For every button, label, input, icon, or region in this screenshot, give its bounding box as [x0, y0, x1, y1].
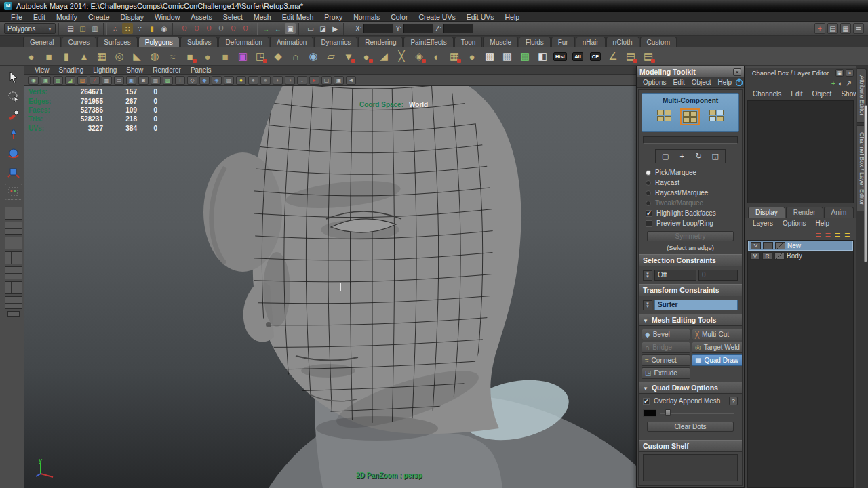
overlay-color-swatch[interactable] [643, 409, 656, 417]
layout-custom-button[interactable] [5, 296, 22, 309]
construction-history-icon[interactable]: ▣ [285, 23, 296, 34]
shelf-tab[interactable]: Dynamics [314, 37, 357, 47]
xray-joints-icon[interactable]: ▣ [334, 76, 344, 85]
quad-draw-icon[interactable]: ▦ [446, 48, 462, 64]
layer-render-toggle[interactable] [763, 242, 773, 249]
open-scene-icon[interactable]: ◫ [77, 23, 88, 34]
layout-four-pane-button[interactable] [5, 222, 22, 235]
poly-stack-icon[interactable]: ▤ [640, 48, 656, 64]
layout-more-button[interactable] [7, 311, 20, 317]
toolkit-checkbox[interactable]: Preview Loop/Ring [642, 218, 739, 228]
grease-pencil-icon[interactable]: ╱ [90, 76, 100, 85]
lasso-select-tool-icon[interactable] [5, 87, 22, 105]
quick-render-icon[interactable]: ◪ [317, 23, 328, 34]
xray-icon[interactable]: ▢ [321, 76, 332, 85]
panel-menu-item[interactable]: Panels [186, 66, 216, 74]
menu-item[interactable]: Assets [185, 13, 218, 21]
toolkit-checkbox[interactable]: ✓Highlight Backfaces [642, 208, 739, 218]
ipr-render-icon[interactable]: ▶ [330, 23, 340, 34]
bevel-icon[interactable]: ◆ [270, 48, 286, 64]
checker-b-icon[interactable]: ▩ [499, 48, 515, 64]
pick-mode-radio[interactable]: Raycast/Marquee [642, 188, 739, 198]
shelf-tab[interactable]: Fur [551, 37, 575, 47]
move-tool-icon[interactable] [5, 125, 22, 143]
slider-handle[interactable] [665, 409, 671, 416]
overlay-opacity-slider[interactable] [660, 409, 738, 417]
toolkit-menu-item[interactable]: Help [715, 79, 736, 86]
menu-item[interactable]: Normals [348, 13, 385, 21]
component-field[interactable] [643, 136, 738, 144]
menu-item[interactable]: Display [115, 13, 149, 21]
output-connections-icon[interactable]: ← [273, 23, 283, 34]
checker-green-icon[interactable]: ▩ [517, 48, 533, 64]
boolean-icon[interactable]: ◉ [305, 48, 321, 64]
group-separator[interactable] [298, 23, 302, 35]
layer-menu-item[interactable]: Help [810, 220, 834, 227]
ao-icon[interactable]: ◑ [285, 76, 295, 85]
channel-list-area[interactable] [747, 100, 854, 203]
paint-select-tool-icon[interactable] [5, 106, 22, 124]
2d-pan-zoom-icon[interactable]: ▧ [77, 76, 87, 85]
layer-render-toggle[interactable]: R [762, 252, 772, 260]
shelf-tab[interactable]: nCloth [606, 37, 639, 47]
marquee-select-icon[interactable]: ▢ [658, 152, 672, 161]
extrude-icon[interactable]: ◳ [252, 48, 269, 64]
save-scene-icon[interactable]: ▥ [90, 23, 100, 34]
menu-item[interactable]: Create UVs [413, 13, 460, 21]
pick-mode-radio[interactable]: Pick/Marquee [642, 167, 739, 178]
custom-shelf-header[interactable]: Custom Shelf [639, 440, 742, 452]
mesh-tool-button[interactable]: ◎ Target Weld [692, 342, 743, 353]
select-object-icon[interactable]: ∷ [122, 23, 133, 34]
toolkit-menu-item[interactable]: Edit [669, 79, 688, 86]
grid-toggle-icon[interactable]: ▦ [840, 23, 851, 34]
poly-cube-icon[interactable]: ■ [41, 48, 57, 64]
bridge-icon[interactable]: ∩ [288, 48, 304, 64]
panel-menu-item[interactable]: View [30, 66, 54, 74]
layer-visibility-toggle[interactable]: V [750, 252, 760, 260]
layer-menu-item[interactable]: Layers [748, 220, 778, 227]
menu-item[interactable]: File [5, 13, 28, 21]
grid-icon[interactable]: ▦ [102, 76, 112, 85]
field-chart-icon[interactable]: ▦ [151, 76, 161, 85]
mesh-tool-button[interactable]: ╳ Multi-Cut [692, 329, 743, 340]
snap-curve-icon[interactable]: Ω [191, 23, 202, 34]
poly-prism-icon[interactable]: ◣ [129, 48, 145, 64]
shelf-tab[interactable]: Custom [640, 37, 677, 47]
face-selection-icon[interactable] [708, 108, 725, 125]
arc-30-icon[interactable]: ∠ [605, 48, 621, 64]
default-light-icon[interactable]: ● [248, 76, 258, 85]
close-icon[interactable]: × [733, 68, 741, 76]
poly-cone-icon[interactable]: ▲ [76, 48, 92, 64]
panel-menu-item[interactable]: Lighting [88, 66, 121, 74]
viewport-canvas[interactable]: Verts: 264671 157 0 Edges: 791955 267 0 … [24, 86, 636, 488]
menu-item[interactable]: Create [83, 13, 115, 21]
mesh-tool-button[interactable]: ◳ Extrude [642, 367, 690, 379]
pin-panel-icon[interactable]: ▣ [835, 69, 844, 77]
poly-cylinder-icon[interactable]: ▮ [58, 48, 75, 64]
speed-toggle-icon[interactable]: ◐ [838, 79, 843, 87]
image-plane-icon[interactable]: ◪ [65, 76, 75, 85]
panel-menu-item[interactable]: Renderer [148, 66, 186, 74]
wireframe-on-shaded-icon[interactable]: ◈ [212, 76, 222, 85]
layer-editor-tab[interactable]: Display [748, 207, 785, 218]
poly-helix-icon[interactable]: ≈ [164, 48, 180, 64]
layer-color-swatch[interactable] [774, 252, 785, 260]
constraint-dropdown-icon[interactable]: ▼▼ [643, 270, 652, 281]
uv-editor-icon[interactable]: ▣ [235, 48, 251, 64]
reduce-icon[interactable]: ▼ [340, 48, 357, 64]
bookmark-icon[interactable]: ▦ [53, 76, 63, 85]
interactive-creation-icon[interactable]: ■ [182, 48, 198, 64]
overlay-append-checkbox[interactable]: ✓ [643, 398, 650, 405]
shelf-tab[interactable]: PaintEffects [403, 37, 453, 47]
channel-menu-item[interactable]: Object [808, 90, 837, 98]
scale-icon[interactable]: ◱ [709, 152, 722, 161]
toolkit-menu-item[interactable]: Options [639, 79, 669, 86]
mesh-tool-button[interactable]: ≈ Connect [642, 354, 690, 366]
rotate-icon[interactable]: ↻ [692, 152, 705, 161]
transfer-attributes-icon[interactable]: ◧ [534, 48, 551, 64]
render-view-icon[interactable]: ▭ [305, 23, 316, 34]
group-separator[interactable] [343, 23, 347, 35]
multi-component-box[interactable]: Multi-Component [642, 93, 739, 132]
mesh-tool-button[interactable]: ◆ Bevel [642, 329, 690, 340]
wireframe-icon[interactable]: ◇ [187, 76, 197, 85]
